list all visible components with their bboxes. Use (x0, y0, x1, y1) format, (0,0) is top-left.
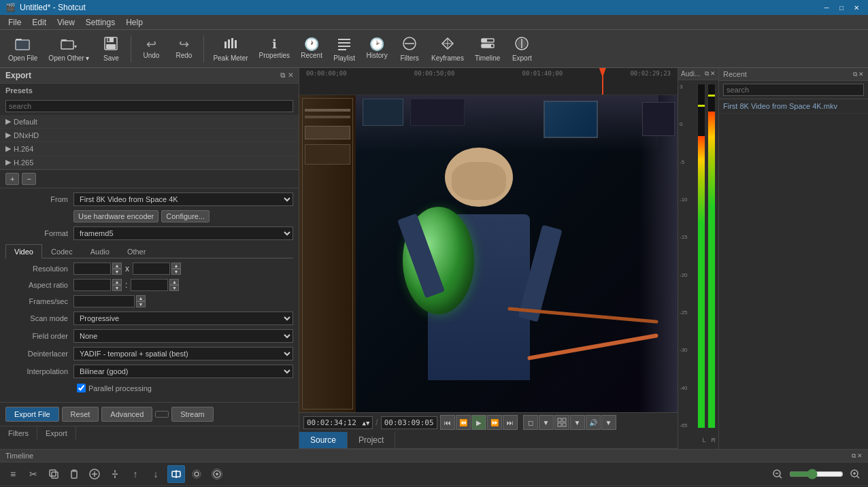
format-select[interactable]: framemd5 (73, 226, 293, 240)
tl-lift-btn[interactable]: ↑ (127, 465, 144, 483)
peak-meter-btn[interactable]: Peak Meter (209, 34, 252, 64)
tl-copy-btn[interactable] (45, 465, 63, 483)
timeline-close-btn[interactable]: ✕ (857, 452, 863, 460)
preset-group-h265[interactable]: ▶ H.265 (0, 156, 299, 169)
menu-help[interactable]: Help (120, 16, 148, 29)
tl-ripple-all-btn[interactable] (208, 465, 226, 483)
res-h-up[interactable]: ▲ (171, 263, 181, 269)
remove-preset-btn[interactable]: − (22, 173, 35, 185)
maximize-btn[interactable]: □ (835, 2, 848, 13)
tl-paste-btn[interactable] (65, 465, 83, 483)
tl-menu-btn[interactable]: ≡ (4, 465, 22, 483)
undo-btn[interactable]: ↩ Undo (136, 36, 166, 61)
menu-view[interactable]: View (52, 16, 80, 29)
grid-options-btn[interactable]: ▼ (570, 415, 585, 430)
menu-file[interactable]: File (3, 16, 27, 29)
titlebar-controls[interactable]: ─ □ ✕ (820, 2, 863, 13)
resolution-width[interactable]: 3840 (73, 263, 111, 275)
project-tab[interactable]: Project (348, 432, 395, 448)
keyframes-btn[interactable]: Keyframes (427, 34, 468, 64)
tab-other[interactable]: Other (118, 244, 155, 258)
tl-remove-btn[interactable] (106, 465, 124, 483)
asp-w-up[interactable]: ▲ (112, 279, 122, 285)
volume-options-btn[interactable]: ▼ (601, 415, 616, 430)
open-file-btn[interactable]: Open File (4, 34, 41, 64)
search-input[interactable] (5, 100, 293, 112)
fps-value[interactable]: 23.976024 (73, 295, 135, 307)
zoom-slider[interactable] (789, 469, 844, 480)
volume-btn[interactable]: 🔊 (586, 415, 601, 430)
next-frame-btn[interactable]: ⏩ (487, 415, 502, 430)
advanced-btn[interactable]: Advanced (101, 407, 152, 422)
interp-select[interactable]: Bilinear (good) (73, 365, 293, 378)
filters-tab[interactable]: Filters (0, 426, 37, 440)
fps-up[interactable]: ▲ (136, 295, 146, 301)
timeline-btn[interactable]: Timeline (471, 34, 504, 64)
resolution-height[interactable]: 1920 (133, 263, 170, 275)
save-btn[interactable]: Save (96, 34, 126, 64)
properties-btn[interactable]: ℹ Properties (255, 36, 295, 61)
preset-group-default[interactable]: ▶ Default (0, 115, 299, 129)
menu-settings[interactable]: Settings (80, 16, 120, 29)
tl-cut-btn[interactable]: ✂ (24, 465, 42, 483)
prev-frame-btn[interactable]: ⏪ (456, 415, 471, 430)
zoom-out-btn[interactable] (769, 465, 786, 483)
from-select[interactable]: First 8K Video from Space 4K (73, 192, 293, 206)
play-btn[interactable]: ▶ (471, 415, 486, 430)
float-btn[interactable]: ⧉ (280, 71, 285, 80)
res-w-down[interactable]: ▼ (112, 269, 122, 275)
goto-end-btn[interactable]: ⏭ (503, 415, 518, 430)
color-swatch-btn[interactable] (155, 411, 169, 418)
aspect-height[interactable]: 1920 (131, 279, 168, 291)
zoom-in-btn[interactable] (846, 465, 864, 483)
tl-append-btn[interactable] (86, 465, 103, 483)
preset-group-dnxhd[interactable]: ▶ DNxHD (0, 129, 299, 142)
export-btn[interactable]: Export (507, 34, 537, 64)
recent-item-0[interactable]: First 8K Video from Space 4K.mkv (719, 99, 868, 114)
asp-w-down[interactable]: ▼ (112, 285, 122, 291)
minimize-btn[interactable]: ─ (820, 2, 833, 13)
tab-video[interactable]: Video (5, 244, 42, 258)
preset-group-h264[interactable]: ▶ H.264 (0, 142, 299, 156)
parallel-checkbox[interactable] (77, 384, 86, 392)
playlist-btn[interactable]: Playlist (329, 34, 359, 64)
res-h-down[interactable]: ▼ (171, 269, 181, 275)
tl-ripple-btn[interactable] (188, 465, 205, 483)
res-w-up[interactable]: ▲ (112, 263, 122, 269)
current-time-display[interactable]: 00:02:34;12 ▲▼ (303, 416, 373, 429)
scan-select[interactable]: Progressive (73, 312, 293, 325)
reset-btn[interactable]: Reset (62, 407, 99, 422)
audio-float-btn[interactable]: ⧉ (705, 70, 709, 78)
configure-btn[interactable]: Configure... (161, 210, 210, 222)
menu-edit[interactable]: Edit (27, 16, 52, 29)
fps-down[interactable]: ▼ (136, 301, 146, 307)
grid-btn[interactable] (554, 415, 569, 430)
open-other-btn[interactable]: ▾ Open Other ▾ (44, 34, 93, 64)
close-btn[interactable]: ✕ (850, 2, 863, 13)
aspect-width[interactable]: 3840 (73, 279, 111, 291)
export-tab[interactable]: Export (37, 426, 76, 440)
filters-btn[interactable]: Filters (395, 34, 424, 64)
scrubber[interactable]: 00:00:00;00 00:00:50;00 00:01:40;00 00:0… (299, 68, 678, 95)
toggle-in-btn[interactable]: ◻ (523, 415, 538, 430)
add-preset-btn[interactable]: + (5, 173, 19, 185)
toggle-out-btn[interactable]: ▼ (539, 415, 554, 430)
recent-search-input[interactable] (723, 84, 864, 96)
deint-select[interactable]: YADIF - temporal + spatial (best) (73, 347, 293, 360)
recent-btn[interactable]: 🕐 Recent (297, 36, 327, 61)
recent-close-btn[interactable]: ✕ (858, 71, 864, 78)
timeline-float-btn[interactable]: ⧉ (852, 452, 856, 460)
source-tab[interactable]: Source (299, 432, 348, 448)
asp-h-up[interactable]: ▲ (169, 279, 179, 285)
recent-float-btn[interactable]: ⧉ (853, 71, 857, 78)
tab-codec[interactable]: Codec (42, 244, 82, 258)
asp-h-down[interactable]: ▼ (169, 285, 179, 291)
redo-btn[interactable]: ↪ Redo (169, 36, 199, 61)
tl-overwrite-btn[interactable]: ↓ (147, 465, 165, 483)
goto-start-btn[interactable]: ⏮ (440, 415, 455, 430)
close-panel-btn[interactable]: ✕ (288, 71, 293, 80)
history-btn[interactable]: 🕑 History (362, 36, 392, 61)
audio-close-btn[interactable]: ✕ (710, 70, 716, 78)
tl-snap-btn[interactable] (167, 465, 185, 483)
tab-audio[interactable]: Audio (82, 244, 118, 258)
